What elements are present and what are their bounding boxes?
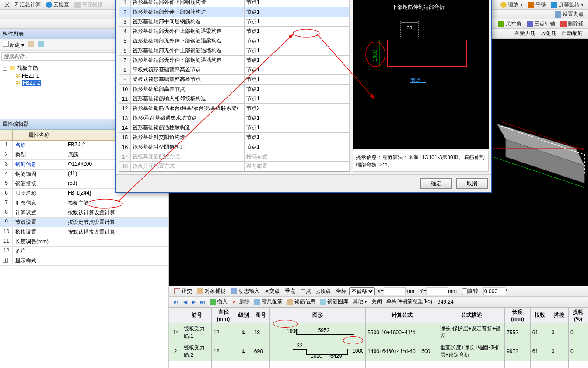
tb-cloud[interactable]: 云检查 [46, 1, 69, 8]
tb-flat[interactable]: 平齐板顶 [74, 1, 103, 8]
result-row[interactable]: 1*筏板受力筋.112 Φ18 1600 5952 5500-40+1600+4… [169, 323, 588, 342]
node-row[interactable]: 10筏形基础底部高差节点节点1 [119, 85, 350, 94]
result-row[interactable]: 2筏板受力筋.212 Φ690 32 1920 6420 1600 1460+6… [169, 342, 588, 361]
preview-pane: 节点设置示意图 下部钢筋伸到端部弯折 ha 1600 [353, 0, 489, 172]
node-row[interactable]: 3筏形基础端部中间层钢筋构造节点1 [119, 17, 350, 27]
ok-button[interactable]: 确定 [420, 178, 452, 189]
svg-text:5952: 5952 [318, 327, 330, 333]
rb-other[interactable]: 其他 ▾ [353, 298, 367, 305]
nav-next[interactable]: ▶ [192, 299, 196, 305]
hint-box: 提示信息：规范算法：来源11G101-3第80页。底筋伸到端部弯折12*d。 [353, 151, 489, 172]
tb-pan[interactable]: 平移 [528, 1, 546, 8]
preview-node-label: 节点一 [410, 77, 426, 83]
prop-row[interactable]: 10 搭接设置 按默认搭接设置计算 [0, 227, 168, 237]
node-row[interactable]: 18筏板拉筋配置方式双向布置 [119, 162, 350, 171]
node-row[interactable]: 8平板式筏形基础顶部高差节点节点1 [119, 65, 350, 75]
preview-1600: 1600 [372, 50, 378, 61]
node-row[interactable]: 16筏形基础斜交阴角构造节点1 [119, 142, 350, 152]
offset-select[interactable]: 不偏移 [349, 287, 374, 295]
rb-place[interactable]: 置受力筋 [514, 30, 536, 37]
prop-row[interactable]: + 显示样式 [0, 256, 168, 266]
tb-sum[interactable]: Σ 汇总计算 [15, 1, 41, 8]
node-row[interactable]: 17筏板马凳筋配置方式梅花布置 [119, 152, 350, 162]
r3-angle[interactable]: 尺寸角 [498, 20, 522, 28]
rb-lib[interactable]: 钢筋图库 [320, 298, 348, 305]
result-table: 筋号直径(mm)级别图号图形计算公式公式描述长度(mm)根数搭接损耗(%)1*筏… [169, 307, 588, 368]
svg-text:32: 32 [297, 343, 303, 349]
svg-text:1920: 1920 [311, 353, 322, 359]
result-table-wrap[interactable]: 筋号直径(mm)级别图号图形计算公式公式描述长度(mm)根数搭接损耗(%)1*筏… [169, 307, 588, 368]
node-row[interactable]: 12筏形基础钢筋遇承台/独基/承台梁/基础联系梁/节点2 [119, 104, 350, 113]
node-row[interactable]: 6筏形基础端部无外伸上部钢筋遇墙构造节点1 [119, 46, 350, 56]
tree-item-0[interactable]: FBZJ-1 [22, 73, 39, 79]
preview-ha: ha [406, 25, 413, 31]
preview-canvas: 下部钢筋伸到端部弯折 ha 1600 节点一 [353, 0, 489, 149]
y-input[interactable] [426, 287, 448, 295]
cancel-button[interactable]: 取消 [456, 178, 488, 189]
nav-first[interactable]: ⏮ [174, 299, 179, 305]
node-row[interactable]: 5筏形基础端部无外伸下部钢筋遇梁构造节点1 [119, 36, 350, 46]
sb-ortho[interactable]: 正交 [174, 287, 192, 295]
rb-delete[interactable]: ✕删除 [232, 298, 250, 305]
tb-def[interactable]: 义 [4, 1, 10, 8]
node-row[interactable]: 15筏形基础斜交阳角构造节点1 [119, 133, 350, 142]
new-button[interactable]: 新建 ▾ [3, 41, 24, 49]
svg-text:1600: 1600 [352, 348, 363, 354]
prop-row[interactable]: 8 计算设置 按默认计算设置计算 [0, 208, 168, 218]
x-input[interactable] [384, 287, 406, 295]
prop-row[interactable]: 11 长度调整(mm) [0, 237, 168, 247]
r2-grip[interactable]: 设置夹点 [555, 11, 584, 18]
sb-perp[interactable]: 垂点 [285, 287, 295, 295]
total-weight: 单构件钢筋总重(kg)：949.24 [386, 298, 453, 305]
rot-check[interactable] [462, 288, 468, 294]
nav-prev[interactable]: ◀ [183, 299, 187, 305]
gear-icon: ✲ [16, 73, 20, 79]
copy-icon[interactable] [28, 41, 35, 49]
r3-3pt[interactable]: 三点辅轴 [527, 20, 555, 28]
collapse-icon[interactable]: − [3, 66, 7, 71]
rb-radial[interactable]: 放射筋 [541, 30, 556, 37]
node-row[interactable]: 2筏形基础端部外伸下部钢筋构造节点1 [119, 7, 350, 17]
sb-osnap[interactable]: 对象捕捉 [197, 287, 226, 295]
node-row[interactable]: 7筏形基础端部无外伸下部钢筋遇墙构造节点1 [119, 56, 350, 65]
node-row[interactable]: 1筏形基础端部外伸上部钢筋构造节点1 [119, 0, 350, 7]
node-row[interactable]: 11筏形基础钢筋输入相邻筏板构造节点1 [119, 94, 350, 104]
prop-row[interactable]: 12 备注 [0, 247, 168, 256]
sb-mid[interactable]: 中点 [301, 287, 311, 295]
result-row[interactable]: 3 [169, 361, 588, 368]
tb-rotate[interactable]: 屏幕旋转 ▾ [551, 1, 584, 8]
gear-icon: ✲ [16, 80, 20, 86]
node-row[interactable]: 4筏形基础端部无外伸上部钢筋遇梁构造节点1 [119, 27, 350, 36]
r3-del[interactable]: 删除辅 [560, 20, 584, 28]
tree-item-1[interactable]: FBZJ-2 [22, 80, 41, 86]
rb-auto[interactable]: 自动配筋 [562, 30, 583, 37]
rb-close[interactable]: 关闭 [371, 298, 382, 305]
svg-text:6420: 6420 [330, 353, 342, 359]
prop-row[interactable]: 9 节点设置 按设定节点设置计算 [0, 218, 168, 227]
sb-vert[interactable]: △ 顶点 [316, 287, 331, 295]
node-row[interactable]: 14筏形基础钢筋遇柱墩构造节点1 [119, 123, 350, 133]
prop-row[interactable]: 7 汇总信息 筏板主筋 [0, 198, 168, 208]
tree-root[interactable]: 筏板主筋 [17, 65, 38, 71]
preview-caption: 下部钢筋伸到端部弯折 [392, 4, 444, 10]
node-settings-dialog: ◈ 节点设置 − □ ✕ 名称节点图 1筏形基础端部外伸上部钢筋构造节点12筏形… [116, 0, 492, 193]
nav-last[interactable]: ⏭ [200, 299, 205, 305]
props-icon[interactable] [38, 41, 45, 49]
rb-insert[interactable]: 插入 [210, 298, 228, 305]
rb-scale[interactable]: 缩尺配筋 [254, 298, 283, 305]
node-row[interactable]: 13筏形/承台基础遇集水坑节点节点1 [119, 113, 350, 123]
node-table[interactable]: 名称节点图 1筏形基础端部外伸上部钢筋构造节点12筏形基础端部外伸下部钢筋构造节… [119, 0, 350, 172]
rb-info[interactable]: 钢筋信息 [287, 298, 315, 305]
sb-int[interactable]: ✕ 交点 [265, 287, 280, 295]
node-row[interactable]: 9梁板式筏形基础顶部高差节点节点1 [119, 75, 350, 85]
tb-zoom[interactable]: 缩放 ▾ [500, 1, 522, 8]
status-bar: 正交 对象捕捉 动态输入 ✕ 交点 垂点 中点 △ 顶点 坐标 不偏移 X=mm… [169, 286, 588, 296]
sb-coord[interactable]: 坐标 [336, 287, 346, 295]
rebar-bar: ⏮ ◀ ▶ ⏭ 插入 ✕删除 缩尺配筋 钢筋信息 钢筋图库 其他 ▾ 关闭 单构… [169, 296, 588, 307]
rot-input[interactable] [483, 287, 505, 295]
sb-dyn[interactable]: 动态输入 [231, 287, 259, 295]
